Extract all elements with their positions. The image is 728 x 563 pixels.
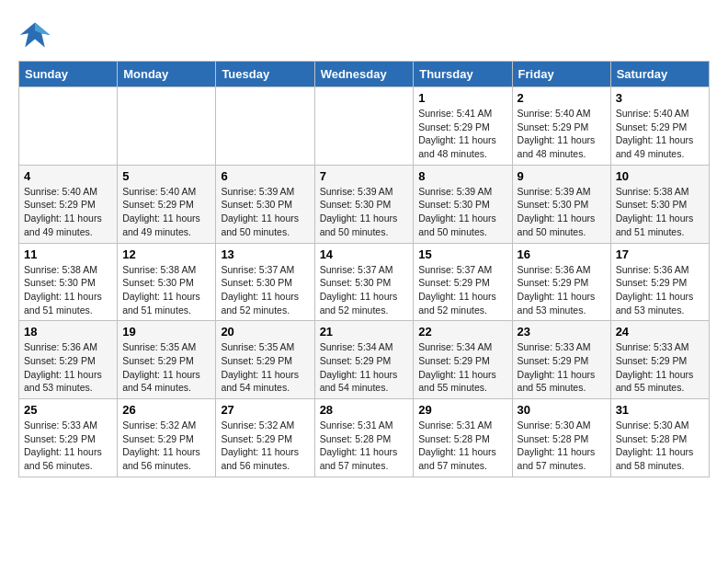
calendar-cell	[118, 87, 216, 166]
day-number: 2	[518, 91, 606, 105]
calendar-cell: 30Sunrise: 5:30 AM Sunset: 5:28 PM Dayli…	[512, 399, 610, 477]
day-number: 30	[518, 403, 606, 417]
weekday-header: Thursday	[414, 62, 512, 87]
day-number: 3	[616, 91, 704, 105]
calendar-cell: 19Sunrise: 5:35 AM Sunset: 5:29 PM Dayli…	[118, 321, 216, 399]
calendar-cell: 14Sunrise: 5:37 AM Sunset: 5:30 PM Dayli…	[314, 243, 414, 321]
day-info: Sunrise: 5:39 AM Sunset: 5:30 PM Dayligh…	[418, 185, 506, 239]
day-number: 6	[221, 169, 309, 183]
weekday-header: Sunday	[19, 62, 118, 87]
day-number: 1	[418, 91, 506, 105]
calendar-cell: 3Sunrise: 5:40 AM Sunset: 5:29 PM Daylig…	[610, 87, 709, 166]
calendar-cell: 18Sunrise: 5:36 AM Sunset: 5:29 PM Dayli…	[19, 321, 118, 399]
calendar-cell: 27Sunrise: 5:32 AM Sunset: 5:29 PM Dayli…	[216, 399, 314, 477]
day-number: 24	[616, 325, 704, 339]
day-number: 5	[122, 169, 210, 183]
day-number: 12	[122, 247, 210, 261]
calendar-cell: 28Sunrise: 5:31 AM Sunset: 5:28 PM Dayli…	[314, 399, 414, 477]
day-info: Sunrise: 5:32 AM Sunset: 5:29 PM Dayligh…	[221, 419, 309, 473]
day-number: 16	[518, 247, 606, 261]
calendar-week-row: 11Sunrise: 5:38 AM Sunset: 5:30 PM Dayli…	[19, 243, 710, 321]
day-info: Sunrise: 5:36 AM Sunset: 5:29 PM Dayligh…	[616, 263, 704, 317]
calendar-cell: 16Sunrise: 5:36 AM Sunset: 5:29 PM Dayli…	[512, 243, 610, 321]
day-number: 15	[418, 247, 506, 261]
day-info: Sunrise: 5:37 AM Sunset: 5:29 PM Dayligh…	[418, 263, 506, 317]
day-info: Sunrise: 5:33 AM Sunset: 5:29 PM Dayligh…	[616, 340, 704, 395]
calendar-cell: 1Sunrise: 5:41 AM Sunset: 5:29 PM Daylig…	[414, 87, 512, 166]
calendar-cell: 6Sunrise: 5:39 AM Sunset: 5:30 PM Daylig…	[216, 165, 314, 243]
day-number: 29	[418, 403, 506, 417]
day-info: Sunrise: 5:31 AM Sunset: 5:28 PM Dayligh…	[320, 419, 409, 473]
weekday-header: Saturday	[610, 62, 709, 87]
calendar-cell: 2Sunrise: 5:40 AM Sunset: 5:29 PM Daylig…	[512, 87, 610, 166]
day-number: 23	[518, 325, 606, 339]
day-number: 13	[221, 247, 309, 261]
day-info: Sunrise: 5:33 AM Sunset: 5:29 PM Dayligh…	[518, 340, 606, 395]
calendar-cell: 29Sunrise: 5:31 AM Sunset: 5:28 PM Dayli…	[414, 399, 512, 477]
day-info: Sunrise: 5:41 AM Sunset: 5:29 PM Dayligh…	[418, 107, 506, 161]
day-number: 8	[418, 169, 506, 183]
day-number: 4	[24, 169, 112, 183]
weekday-header: Wednesday	[314, 62, 414, 87]
calendar-cell: 9Sunrise: 5:39 AM Sunset: 5:30 PM Daylig…	[512, 165, 610, 243]
day-info: Sunrise: 5:33 AM Sunset: 5:29 PM Dayligh…	[24, 419, 112, 473]
calendar-cell: 20Sunrise: 5:35 AM Sunset: 5:29 PM Dayli…	[216, 321, 314, 399]
day-number: 31	[616, 403, 704, 417]
calendar-cell: 21Sunrise: 5:34 AM Sunset: 5:29 PM Dayli…	[314, 321, 414, 399]
day-info: Sunrise: 5:40 AM Sunset: 5:29 PM Dayligh…	[24, 185, 112, 239]
day-number: 21	[320, 325, 409, 339]
calendar-week-row: 4Sunrise: 5:40 AM Sunset: 5:29 PM Daylig…	[19, 165, 710, 243]
day-number: 18	[24, 325, 112, 339]
page-header	[18, 18, 710, 52]
calendar-cell: 10Sunrise: 5:38 AM Sunset: 5:30 PM Dayli…	[610, 165, 709, 243]
calendar-header-row: SundayMondayTuesdayWednesdayThursdayFrid…	[19, 62, 710, 87]
day-info: Sunrise: 5:31 AM Sunset: 5:28 PM Dayligh…	[418, 419, 506, 473]
weekday-header: Monday	[118, 62, 216, 87]
day-info: Sunrise: 5:39 AM Sunset: 5:30 PM Dayligh…	[518, 185, 606, 239]
weekday-header: Tuesday	[216, 62, 314, 87]
day-number: 14	[320, 247, 409, 261]
day-info: Sunrise: 5:36 AM Sunset: 5:29 PM Dayligh…	[518, 263, 606, 317]
day-info: Sunrise: 5:34 AM Sunset: 5:29 PM Dayligh…	[418, 340, 506, 395]
calendar-cell: 5Sunrise: 5:40 AM Sunset: 5:29 PM Daylig…	[118, 165, 216, 243]
calendar-cell: 17Sunrise: 5:36 AM Sunset: 5:29 PM Dayli…	[610, 243, 709, 321]
day-number: 9	[518, 169, 606, 183]
day-info: Sunrise: 5:38 AM Sunset: 5:30 PM Dayligh…	[24, 263, 112, 317]
logo	[18, 18, 55, 52]
logo-icon	[18, 18, 51, 52]
day-info: Sunrise: 5:37 AM Sunset: 5:30 PM Dayligh…	[221, 263, 309, 317]
calendar-cell: 7Sunrise: 5:39 AM Sunset: 5:30 PM Daylig…	[314, 165, 414, 243]
day-info: Sunrise: 5:36 AM Sunset: 5:29 PM Dayligh…	[24, 340, 112, 395]
day-number: 19	[122, 325, 210, 339]
calendar-week-row: 18Sunrise: 5:36 AM Sunset: 5:29 PM Dayli…	[19, 321, 710, 399]
calendar-cell: 26Sunrise: 5:32 AM Sunset: 5:29 PM Dayli…	[118, 399, 216, 477]
calendar-cell: 4Sunrise: 5:40 AM Sunset: 5:29 PM Daylig…	[19, 165, 118, 243]
calendar-cell	[19, 87, 118, 166]
calendar-cell	[216, 87, 314, 166]
calendar-cell: 22Sunrise: 5:34 AM Sunset: 5:29 PM Dayli…	[414, 321, 512, 399]
day-number: 22	[418, 325, 506, 339]
day-number: 7	[320, 169, 409, 183]
day-number: 17	[616, 247, 704, 261]
day-number: 20	[221, 325, 309, 339]
calendar-table: SundayMondayTuesdayWednesdayThursdayFrid…	[18, 61, 710, 477]
day-info: Sunrise: 5:35 AM Sunset: 5:29 PM Dayligh…	[122, 340, 210, 395]
day-info: Sunrise: 5:40 AM Sunset: 5:29 PM Dayligh…	[616, 107, 704, 161]
day-info: Sunrise: 5:40 AM Sunset: 5:29 PM Dayligh…	[122, 185, 210, 239]
day-info: Sunrise: 5:38 AM Sunset: 5:30 PM Dayligh…	[616, 185, 704, 239]
day-number: 25	[24, 403, 112, 417]
calendar-cell	[314, 87, 414, 166]
day-info: Sunrise: 5:39 AM Sunset: 5:30 PM Dayligh…	[320, 185, 409, 239]
calendar-cell: 24Sunrise: 5:33 AM Sunset: 5:29 PM Dayli…	[610, 321, 709, 399]
calendar-cell: 12Sunrise: 5:38 AM Sunset: 5:30 PM Dayli…	[118, 243, 216, 321]
day-info: Sunrise: 5:30 AM Sunset: 5:28 PM Dayligh…	[518, 419, 606, 473]
day-info: Sunrise: 5:32 AM Sunset: 5:29 PM Dayligh…	[122, 419, 210, 473]
calendar-cell: 31Sunrise: 5:30 AM Sunset: 5:28 PM Dayli…	[610, 399, 709, 477]
day-info: Sunrise: 5:34 AM Sunset: 5:29 PM Dayligh…	[320, 340, 409, 395]
weekday-header: Friday	[512, 62, 610, 87]
calendar-cell: 25Sunrise: 5:33 AM Sunset: 5:29 PM Dayli…	[19, 399, 118, 477]
day-info: Sunrise: 5:37 AM Sunset: 5:30 PM Dayligh…	[320, 263, 409, 317]
calendar-cell: 8Sunrise: 5:39 AM Sunset: 5:30 PM Daylig…	[414, 165, 512, 243]
day-info: Sunrise: 5:30 AM Sunset: 5:28 PM Dayligh…	[616, 419, 704, 473]
day-number: 27	[221, 403, 309, 417]
